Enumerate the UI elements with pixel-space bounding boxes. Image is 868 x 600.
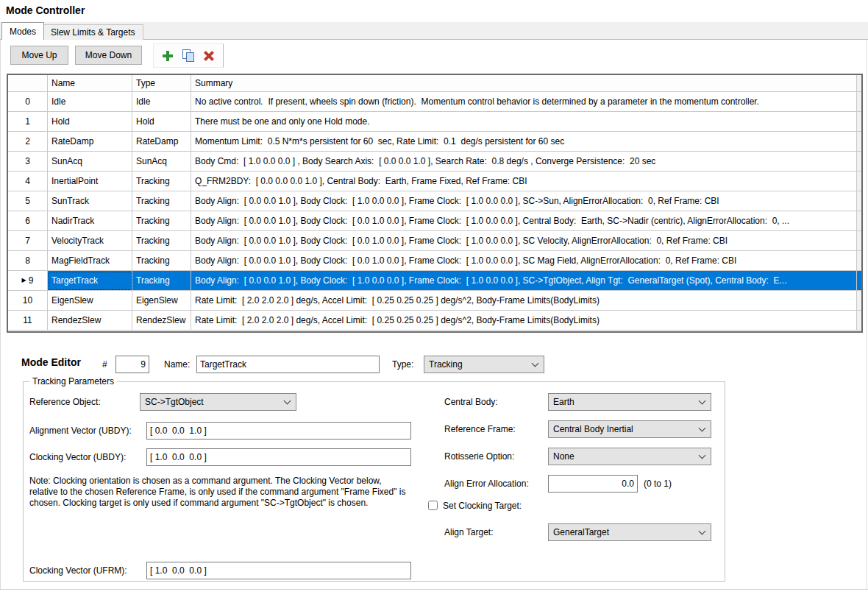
table-row[interactable]: 7VelocityTrackTrackingBody Align: [ 0.0 … [8, 231, 861, 251]
cell-summary[interactable]: Q_FRM2BDY: [ 0.0 0.0 0.0 1.0 ], Central … [191, 172, 857, 191]
cell-type[interactable]: Idle [132, 92, 191, 112]
row-number: 8 [25, 255, 30, 266]
table-row[interactable]: 0IdleIdleNo active control. If present, … [8, 92, 861, 112]
cell-summary[interactable]: Rate Limit: [ 2.0 2.0 2.0 ] deg/s, Accel… [191, 311, 857, 331]
reference-object-value: SC->TgtObject [145, 397, 285, 407]
cell-name[interactable]: RateDamp [48, 132, 132, 152]
cell-summary[interactable]: Momentum Limit: 0.5 N*m*s persistent for… [191, 132, 857, 152]
cell-name[interactable]: VelocityTrack [48, 231, 132, 251]
table-row[interactable]: 8MagFieldTrackTrackingBody Align: [ 0.0 … [8, 251, 861, 271]
row-header[interactable]: 0 [8, 92, 48, 112]
table-row[interactable]: 6NadirTrackTrackingBody Align: [ 0.0 0.0… [8, 211, 861, 231]
cell-name[interactable]: SunAcq [48, 152, 132, 172]
set-clocking-target-checkbox[interactable] [428, 501, 438, 510]
tab-slew-limits-targets-label: Slew Limits & Targets [51, 27, 135, 38]
cell-name[interactable]: NadirTrack [48, 211, 132, 231]
align-target-label: Align Target: [444, 523, 494, 541]
mode-type-dropdown[interactable]: Tracking [424, 356, 544, 373]
align-error-allocation-hint: (0 to 1) [644, 475, 672, 493]
row-header[interactable]: 10 [8, 291, 48, 311]
cell-type[interactable]: Tracking [132, 172, 191, 191]
cell-name[interactable]: InertialPoint [48, 172, 132, 191]
cell-summary[interactable]: Body Align: [ 0.0 0.0 1.0 ], Body Clock:… [191, 231, 857, 251]
cell-summary[interactable]: There must be one and only one Hold mode… [191, 112, 857, 132]
rotisserie-option-label: Rotisserie Option: [444, 448, 514, 465]
cell-type[interactable]: Tracking [132, 271, 191, 291]
cell-summary[interactable]: No active control. If present, wheels sp… [191, 92, 857, 112]
row-header[interactable]: 1 [8, 112, 48, 132]
clocking-vector-ubdy-field[interactable] [146, 448, 411, 466]
move-up-button[interactable]: Move Up [10, 46, 68, 65]
chevron-down-icon [699, 397, 706, 404]
cell-summary[interactable]: Body Align: [ 0.0 0.0 1.0 ], Body Clock:… [191, 211, 857, 231]
row-filler [857, 291, 861, 311]
cell-summary[interactable]: Body Cmd: [ 1.0 0.0 0.0 ] , Body Search … [191, 152, 857, 172]
reference-frame-dropdown[interactable]: Central Body Inertial [548, 420, 711, 438]
cell-type[interactable]: Tracking [132, 231, 191, 251]
table-row[interactable]: 4InertialPointTrackingQ_FRM2BDY: [ 0.0 0… [8, 172, 861, 191]
row-number: 10 [23, 295, 32, 306]
cell-name[interactable]: MagFieldTrack [48, 251, 132, 271]
cell-type[interactable]: Tracking [132, 211, 191, 231]
cell-name[interactable]: SunTrack [48, 191, 132, 211]
cell-summary[interactable]: Body Align: [ 0.0 0.0 1.0 ], Body Clock:… [191, 191, 857, 211]
table-row[interactable]: 5SunTrackTrackingBody Align: [ 0.0 0.0 1… [8, 191, 861, 211]
tab-modes[interactable]: Modes [1, 22, 44, 40]
alignment-vector-field[interactable] [146, 422, 411, 440]
align-error-allocation-field[interactable] [548, 475, 638, 493]
row-header[interactable]: 11 [8, 311, 48, 331]
cell-summary[interactable]: Body Align: [ 0.0 0.0 1.0 ], Body Clock:… [191, 251, 857, 271]
rotisserie-option-dropdown[interactable]: None [548, 448, 711, 465]
table-row[interactable]: 3SunAcqSunAcqBody Cmd: [ 1.0 0.0 0.0 ] ,… [8, 152, 861, 172]
cell-name[interactable]: Idle [48, 92, 132, 112]
table-row[interactable]: 11RendezSlewRendezSlewRate Limit: [ 2.0 … [8, 311, 861, 331]
add-icon[interactable] [161, 49, 174, 63]
row-header[interactable]: 4 [8, 172, 48, 191]
row-header[interactable]: 6 [8, 211, 48, 231]
delete-icon[interactable] [202, 49, 216, 63]
row-header[interactable]: 3 [8, 152, 48, 172]
cell-summary[interactable]: Body Align: [ 0.0 0.0 1.0 ], Body Clock:… [191, 271, 857, 291]
row-header[interactable]: ▶9 [8, 271, 48, 291]
row-header[interactable]: 5 [8, 191, 48, 211]
table-row[interactable]: ▶9TargetTrackTrackingBody Align: [ 0.0 0… [8, 271, 861, 291]
row-header[interactable]: 8 [8, 251, 48, 271]
row-filler [857, 191, 861, 211]
align-error-allocation-label: Align Error Allocation: [444, 475, 529, 493]
cell-type[interactable]: SunAcq [132, 152, 191, 172]
copy-icon[interactable] [182, 49, 195, 63]
move-down-button[interactable]: Move Down [75, 46, 142, 65]
column-header-type[interactable]: Type [132, 75, 191, 92]
cell-name[interactable]: EigenSlew [48, 291, 132, 311]
cell-type[interactable]: RendezSlew [132, 311, 191, 331]
cell-name[interactable]: TargetTrack [48, 271, 132, 291]
row-header[interactable]: 7 [8, 231, 48, 251]
table-row[interactable]: 2RateDampRateDampMomentum Limit: 0.5 N*m… [8, 132, 861, 152]
column-header-name[interactable]: Name [48, 75, 132, 92]
row-filler [857, 112, 861, 132]
cell-type[interactable]: Tracking [132, 191, 191, 211]
cell-name[interactable]: RendezSlew [48, 311, 132, 331]
cell-summary[interactable]: Rate Limit: [ 2.0 2.0 2.0 ] deg/s, Accel… [191, 291, 857, 311]
cell-type[interactable]: EigenSlew [132, 291, 191, 311]
mode-name-field[interactable] [196, 356, 380, 373]
tab-slew-limits-targets[interactable]: Slew Limits & Targets [43, 24, 143, 40]
row-header[interactable]: 2 [8, 132, 48, 152]
table-row[interactable]: 1HoldHoldThere must be one and only one … [8, 112, 861, 132]
align-target-dropdown[interactable]: GeneralTarget [548, 523, 711, 541]
cell-type[interactable]: Hold [132, 112, 191, 132]
row-filler [857, 152, 861, 172]
column-header-rowselect[interactable] [8, 75, 48, 92]
column-header-summary[interactable]: Summary [191, 75, 857, 92]
table-row[interactable]: 10EigenSlewEigenSlewRate Limit: [ 2.0 2.… [8, 291, 861, 311]
row-filler [857, 231, 861, 251]
central-body-dropdown[interactable]: Earth [548, 393, 711, 411]
cell-type[interactable]: RateDamp [132, 132, 191, 152]
clocking-vector-ufrm-label: Clocking Vector (UFRM): [29, 562, 127, 579]
mode-number-field[interactable] [115, 356, 149, 373]
cell-name[interactable]: Hold [48, 112, 132, 132]
chevron-down-icon [699, 527, 706, 534]
reference-object-dropdown[interactable]: SC->TgtObject [140, 393, 296, 411]
cell-type[interactable]: Tracking [132, 251, 191, 271]
clocking-vector-ufrm-field[interactable] [146, 562, 411, 579]
